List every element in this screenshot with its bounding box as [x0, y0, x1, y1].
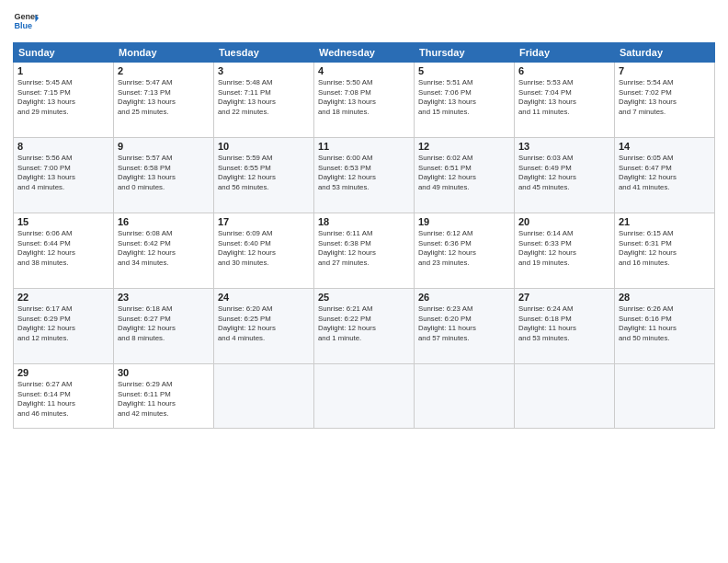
calendar-cell [314, 364, 415, 429]
calendar-cell: 9Sunrise: 5:57 AM Sunset: 6:58 PM Daylig… [114, 138, 214, 213]
day-info: Sunrise: 6:23 AM Sunset: 6:20 PM Dayligh… [418, 304, 510, 343]
day-info: Sunrise: 5:53 AM Sunset: 7:04 PM Dayligh… [518, 78, 610, 117]
weekday-header-friday: Friday [515, 43, 615, 63]
day-number: 17 [218, 216, 310, 227]
weekday-header-monday: Monday [114, 43, 214, 63]
weekday-header-sunday: Sunday [14, 43, 114, 63]
calendar-cell [214, 364, 314, 429]
day-number: 4 [318, 65, 410, 76]
calendar-cell: 27Sunrise: 6:24 AM Sunset: 6:18 PM Dayli… [515, 289, 615, 364]
calendar-cell: 30Sunrise: 6:29 AM Sunset: 6:11 PM Dayli… [114, 364, 214, 429]
day-number: 24 [218, 292, 310, 303]
day-info: Sunrise: 6:09 AM Sunset: 6:40 PM Dayligh… [218, 229, 310, 268]
day-info: Sunrise: 6:02 AM Sunset: 6:51 PM Dayligh… [418, 154, 510, 192]
day-info: Sunrise: 5:59 AM Sunset: 6:55 PM Dayligh… [218, 154, 310, 192]
day-number: 12 [418, 141, 510, 152]
weekday-header-tuesday: Tuesday [214, 43, 314, 63]
day-info: Sunrise: 6:21 AM Sunset: 6:22 PM Dayligh… [318, 304, 410, 343]
day-info: Sunrise: 5:56 AM Sunset: 7:00 PM Dayligh… [17, 154, 109, 192]
day-number: 19 [418, 216, 510, 227]
day-info: Sunrise: 5:54 AM Sunset: 7:02 PM Dayligh… [619, 78, 711, 117]
day-info: Sunrise: 6:05 AM Sunset: 6:47 PM Dayligh… [619, 154, 711, 192]
logo: General Blue [13, 9, 42, 35]
day-info: Sunrise: 6:24 AM Sunset: 6:18 PM Dayligh… [518, 304, 610, 343]
calendar-cell: 28Sunrise: 6:26 AM Sunset: 6:16 PM Dayli… [615, 289, 715, 364]
calendar-cell [515, 364, 615, 429]
day-info: Sunrise: 6:08 AM Sunset: 6:42 PM Dayligh… [118, 229, 210, 268]
calendar-week-2: 8Sunrise: 5:56 AM Sunset: 7:00 PM Daylig… [14, 138, 715, 213]
day-info: Sunrise: 5:57 AM Sunset: 6:58 PM Dayligh… [118, 154, 210, 192]
day-info: Sunrise: 6:15 AM Sunset: 6:31 PM Dayligh… [619, 229, 711, 268]
day-number: 14 [619, 141, 711, 152]
day-number: 6 [518, 65, 610, 76]
day-number: 1 [17, 65, 109, 76]
day-number: 9 [118, 141, 210, 152]
calendar-cell: 18Sunrise: 6:11 AM Sunset: 6:38 PM Dayli… [314, 213, 415, 289]
day-number: 5 [418, 65, 510, 76]
day-info: Sunrise: 5:48 AM Sunset: 7:11 PM Dayligh… [218, 78, 310, 117]
header: General Blue [13, 9, 715, 35]
calendar-cell: 20Sunrise: 6:14 AM Sunset: 6:33 PM Dayli… [515, 213, 615, 289]
calendar-cell: 3Sunrise: 5:48 AM Sunset: 7:11 PM Daylig… [214, 63, 314, 138]
calendar-cell: 5Sunrise: 5:51 AM Sunset: 7:06 PM Daylig… [415, 63, 515, 138]
day-info: Sunrise: 6:29 AM Sunset: 6:11 PM Dayligh… [118, 380, 210, 419]
calendar-cell: 10Sunrise: 5:59 AM Sunset: 6:55 PM Dayli… [214, 138, 314, 213]
calendar-cell: 19Sunrise: 6:12 AM Sunset: 6:36 PM Dayli… [415, 213, 515, 289]
weekday-header-thursday: Thursday [415, 43, 515, 63]
day-info: Sunrise: 6:27 AM Sunset: 6:14 PM Dayligh… [17, 380, 109, 419]
calendar-cell: 13Sunrise: 6:03 AM Sunset: 6:49 PM Dayli… [515, 138, 615, 213]
day-number: 20 [518, 216, 610, 227]
day-number: 27 [518, 292, 610, 303]
calendar-cell: 29Sunrise: 6:27 AM Sunset: 6:14 PM Dayli… [14, 364, 114, 429]
day-info: Sunrise: 5:45 AM Sunset: 7:15 PM Dayligh… [17, 78, 109, 117]
calendar-cell: 16Sunrise: 6:08 AM Sunset: 6:42 PM Dayli… [114, 213, 214, 289]
calendar-cell: 25Sunrise: 6:21 AM Sunset: 6:22 PM Dayli… [314, 289, 415, 364]
calendar-cell: 7Sunrise: 5:54 AM Sunset: 7:02 PM Daylig… [615, 63, 715, 138]
calendar-cell: 4Sunrise: 5:50 AM Sunset: 7:08 PM Daylig… [314, 63, 415, 138]
weekday-header-wednesday: Wednesday [314, 43, 415, 63]
calendar-cell: 22Sunrise: 6:17 AM Sunset: 6:29 PM Dayli… [14, 289, 114, 364]
logo-icon: General Blue [13, 9, 39, 35]
svg-text:General: General [14, 12, 39, 21]
calendar-cell: 11Sunrise: 6:00 AM Sunset: 6:53 PM Dayli… [314, 138, 415, 213]
day-number: 26 [418, 292, 510, 303]
weekday-header-saturday: Saturday [615, 43, 715, 63]
calendar-cell: 14Sunrise: 6:05 AM Sunset: 6:47 PM Dayli… [615, 138, 715, 213]
calendar-cell: 12Sunrise: 6:02 AM Sunset: 6:51 PM Dayli… [415, 138, 515, 213]
calendar-cell: 1Sunrise: 5:45 AM Sunset: 7:15 PM Daylig… [14, 63, 114, 138]
calendar-cell: 24Sunrise: 6:20 AM Sunset: 6:25 PM Dayli… [214, 289, 314, 364]
day-info: Sunrise: 6:11 AM Sunset: 6:38 PM Dayligh… [318, 229, 410, 268]
day-info: Sunrise: 6:14 AM Sunset: 6:33 PM Dayligh… [518, 229, 610, 268]
day-info: Sunrise: 5:47 AM Sunset: 7:13 PM Dayligh… [118, 78, 210, 117]
day-info: Sunrise: 6:12 AM Sunset: 6:36 PM Dayligh… [418, 229, 510, 268]
day-number: 30 [118, 367, 210, 378]
day-number: 15 [17, 216, 109, 227]
calendar-cell: 17Sunrise: 6:09 AM Sunset: 6:40 PM Dayli… [214, 213, 314, 289]
day-number: 22 [17, 292, 109, 303]
day-number: 16 [118, 216, 210, 227]
day-number: 8 [17, 141, 109, 152]
calendar-cell: 2Sunrise: 5:47 AM Sunset: 7:13 PM Daylig… [114, 63, 214, 138]
calendar-cell [415, 364, 515, 429]
calendar-week-1: 1Sunrise: 5:45 AM Sunset: 7:15 PM Daylig… [14, 63, 715, 138]
calendar-cell [615, 364, 715, 429]
svg-text:Blue: Blue [14, 21, 32, 30]
day-info: Sunrise: 6:26 AM Sunset: 6:16 PM Dayligh… [619, 304, 711, 343]
day-number: 3 [218, 65, 310, 76]
calendar-week-3: 15Sunrise: 6:06 AM Sunset: 6:44 PM Dayli… [14, 213, 715, 289]
day-number: 28 [619, 292, 711, 303]
day-number: 10 [218, 141, 310, 152]
calendar-cell: 8Sunrise: 5:56 AM Sunset: 7:00 PM Daylig… [14, 138, 114, 213]
day-number: 13 [518, 141, 610, 152]
calendar-cell: 6Sunrise: 5:53 AM Sunset: 7:04 PM Daylig… [515, 63, 615, 138]
day-info: Sunrise: 6:18 AM Sunset: 6:27 PM Dayligh… [118, 304, 210, 343]
calendar-cell: 15Sunrise: 6:06 AM Sunset: 6:44 PM Dayli… [14, 213, 114, 289]
day-number: 25 [318, 292, 410, 303]
day-info: Sunrise: 6:06 AM Sunset: 6:44 PM Dayligh… [17, 229, 109, 268]
day-number: 21 [619, 216, 711, 227]
page: General Blue SundayMondayTuesdayWednesda… [0, 0, 728, 563]
day-number: 11 [318, 141, 410, 152]
day-number: 2 [118, 65, 210, 76]
day-info: Sunrise: 6:17 AM Sunset: 6:29 PM Dayligh… [17, 304, 109, 343]
calendar-week-5: 29Sunrise: 6:27 AM Sunset: 6:14 PM Dayli… [14, 364, 715, 429]
